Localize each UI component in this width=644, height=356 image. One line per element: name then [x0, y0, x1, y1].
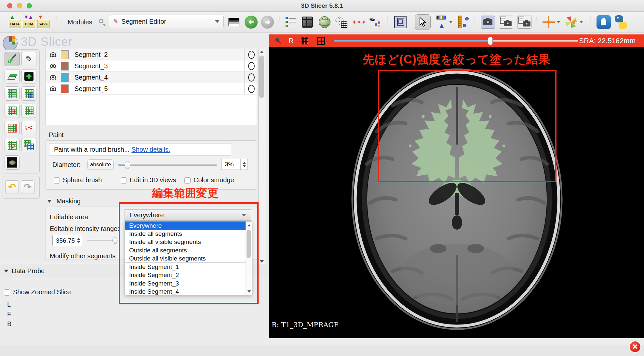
undo-button[interactable]: ↶	[5, 180, 19, 194]
edit-3d-checkbox[interactable]: Edit in 3D views	[121, 176, 176, 184]
slice-offset-slider[interactable]	[333, 40, 578, 42]
segment-status-icon[interactable]	[248, 51, 255, 59]
module-selector-combobox[interactable]: ✎ Segment Editor	[109, 15, 224, 28]
level-tracing-effect-button[interactable]: ✚	[21, 69, 36, 83]
close-annotation-button[interactable]: ✕	[629, 341, 641, 353]
slice-slider-handle[interactable]	[488, 37, 493, 45]
segment-name[interactable]: Segment_2	[74, 51, 108, 58]
dropdown-item-outside-all[interactable]: Outside all segments	[125, 246, 252, 254]
visibility-eye-icon[interactable]	[50, 74, 56, 81]
scrollbar-thumb[interactable]	[259, 56, 264, 98]
draw-effect-button[interactable]: ✎	[21, 52, 36, 66]
segment-status-icon[interactable]	[248, 85, 255, 93]
mouse-interaction-button[interactable]	[415, 14, 431, 30]
visibility-eye-icon[interactable]	[50, 51, 56, 58]
islands-effect-button[interactable]	[5, 138, 20, 152]
adjust-window-level-button[interactable]: ▲	[435, 15, 447, 29]
crosshair-dropdown[interactable]	[557, 15, 560, 29]
segment-status-icon[interactable]	[248, 73, 255, 82]
scissors-effect-button[interactable]: ✂	[21, 121, 36, 135]
scroll-up-arrow[interactable]	[246, 222, 252, 228]
absolute-mode-button[interactable]: absolute	[87, 159, 114, 170]
segment-name[interactable]: Segment_4	[74, 74, 108, 81]
volume-rendering-button[interactable]	[302, 15, 313, 29]
show-zoomed-slice-checkbox[interactable]: Show Zoomed Slice	[4, 288, 71, 296]
redo-button[interactable]: ↷	[21, 180, 34, 194]
table-row[interactable]: Segment_5	[46, 83, 257, 95]
dropdown-item-inside-all[interactable]: Inside all segments	[125, 230, 252, 238]
segment-name[interactable]: Segment_3	[74, 62, 108, 70]
markups-button[interactable]: ✳ ✳ ✳	[353, 15, 366, 29]
intensity-slider[interactable]	[87, 240, 118, 241]
dropdown-item-inside-segment-3[interactable]: Inside Segment_3	[125, 279, 252, 287]
spinbox-steppers[interactable]	[75, 235, 82, 246]
dropdown-item-inside-segment-1[interactable]: Inside Segment_1	[125, 263, 252, 271]
panel-scrollbar[interactable]	[258, 49, 265, 265]
color-smudge-checkbox[interactable]: Color smudge	[184, 176, 234, 184]
dropdown-item-inside-segment-4[interactable]: Inside Segment_4	[125, 287, 252, 296]
transforms-button[interactable]	[336, 15, 347, 29]
window-level-dropdown[interactable]	[449, 15, 452, 29]
dropdown-item-everywhere[interactable]: Everywhere	[125, 222, 252, 230]
dropdown-item-outside-visible[interactable]: Outside all visible segments	[125, 254, 252, 262]
models-button[interactable]	[319, 15, 330, 29]
visibility-eye-icon[interactable]	[50, 63, 56, 69]
hollow-effect-button[interactable]	[21, 104, 36, 118]
paint-effect-button[interactable]	[5, 52, 20, 66]
window-level-button[interactable]	[228, 15, 239, 29]
python-console-button[interactable]	[614, 15, 628, 29]
diameter-spinbox[interactable]: 3%	[221, 159, 248, 170]
diameter-slider[interactable]	[118, 164, 217, 166]
segment-color-swatch[interactable]	[61, 62, 69, 70]
module-search-button[interactable]	[99, 15, 106, 29]
layout-selector-button[interactable]	[394, 15, 407, 29]
pin-icon[interactable]	[274, 37, 282, 45]
mask-volume-effect-button[interactable]	[5, 155, 20, 170]
crosshair-button[interactable]	[543, 15, 555, 29]
smoothing-effect-button[interactable]	[5, 121, 20, 135]
layout-grid-icon[interactable]	[317, 37, 325, 45]
segment-status-icon[interactable]	[248, 62, 255, 70]
dropdown-scrollbar[interactable]	[246, 222, 252, 295]
spinbox-steppers[interactable]	[240, 159, 248, 170]
scrollbar-thumb[interactable]	[247, 230, 251, 258]
segment-color-swatch[interactable]	[61, 73, 69, 82]
slice-intersections-dropdown[interactable]	[580, 15, 583, 29]
margin-effect-button[interactable]	[5, 104, 20, 118]
logical-operators-effect-button[interactable]	[21, 138, 36, 152]
measurements-button[interactable]	[457, 15, 469, 29]
dropdown-item-inside-visible[interactable]: Inside all visible segments	[125, 238, 252, 246]
editable-area-combobox[interactable]: Everywhere	[125, 210, 251, 221]
load-data-button[interactable]: ▲ DATA	[8, 15, 22, 29]
segment-name[interactable]: Segment_5	[74, 85, 108, 93]
extensions-manager-button[interactable]	[597, 15, 611, 29]
save-button[interactable]: ▼ SAVE	[36, 15, 50, 29]
back-button[interactable]: ➜	[245, 15, 258, 29]
slice-visibility-icon[interactable]	[302, 37, 308, 44]
slice-canvas[interactable]: 先ほど(C)強度を絞って塗った結果 B: T1_3D_MPRAGE	[269, 47, 644, 338]
slider-handle[interactable]	[125, 161, 130, 169]
dicom-button[interactable]: ▼ ▲ DCM	[22, 15, 36, 29]
table-row[interactable]: Segment_3	[46, 60, 257, 72]
subject-hierarchy-button[interactable]	[286, 15, 297, 29]
grow-from-seeds-effect-button[interactable]	[5, 86, 20, 101]
dropdown-item-inside-segment-2[interactable]: Inside Segment_2	[125, 271, 252, 279]
fill-between-slices-effect-button[interactable]	[21, 86, 36, 101]
table-row[interactable]: Segment_2	[46, 49, 257, 60]
scroll-up-arrow[interactable]	[259, 49, 265, 55]
erase-effect-button[interactable]	[5, 69, 20, 83]
restore-scene-view-button[interactable]	[517, 15, 531, 29]
annotations-button[interactable]: ✒	[369, 15, 381, 29]
visibility-eye-icon[interactable]	[50, 85, 56, 92]
slice-intersections-button[interactable]	[565, 15, 578, 29]
segment-color-swatch[interactable]	[61, 50, 69, 59]
show-details-link[interactable]: Show details.	[131, 146, 170, 153]
masking-section-header[interactable]: Masking	[47, 197, 81, 205]
intensity-spinbox[interactable]: 356.75	[52, 235, 82, 246]
forward-button[interactable]: ➜	[261, 15, 274, 29]
scene-view-button[interactable]	[499, 15, 513, 29]
scroll-down-arrow[interactable]	[246, 288, 252, 294]
screenshot-button[interactable]	[481, 15, 495, 29]
table-row[interactable]: Segment_4	[46, 72, 257, 83]
slider-handle[interactable]	[113, 237, 117, 244]
